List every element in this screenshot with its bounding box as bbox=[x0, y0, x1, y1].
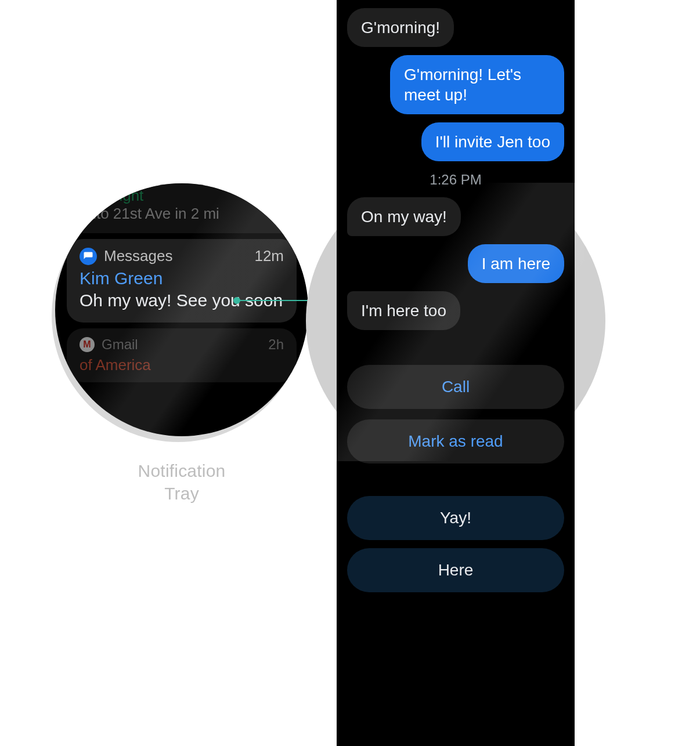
smart-reply-chip[interactable]: Here bbox=[347, 548, 564, 592]
tray-item-header: Messages 12m bbox=[80, 247, 284, 265]
tray-item-messages[interactable]: Messages 12m Kim Green Oh my way! See yo… bbox=[67, 239, 297, 322]
message-bubble-in[interactable]: G'morning! bbox=[347, 8, 454, 47]
conversation-scroll[interactable]: G'morning! G'morning! Let's meet up! I'l… bbox=[337, 0, 575, 746]
tray-item-gmail[interactable]: M Gmail 2h of America bbox=[67, 328, 297, 382]
call-button[interactable]: Call bbox=[347, 365, 564, 409]
caption-line: Tray bbox=[55, 482, 308, 505]
caption: Notification Tray bbox=[55, 459, 308, 505]
tray-time: 2h bbox=[268, 336, 284, 353]
conversation-panel: G'morning! G'morning! Let's meet up! I'l… bbox=[327, 0, 584, 746]
message-bubble-out[interactable]: I am here bbox=[468, 244, 564, 283]
nav-detail: onto 21st Ave in 2 mi bbox=[80, 205, 284, 223]
tray-time: 12m bbox=[254, 247, 284, 265]
smart-reply-chip[interactable]: Yay! bbox=[347, 496, 564, 540]
tray-sender: Kim Green bbox=[80, 269, 284, 288]
message-bubble-out[interactable]: I'll invite Jen too bbox=[421, 122, 564, 161]
message-bubble-in[interactable]: I'm here too bbox=[347, 291, 460, 330]
message-bubble-in[interactable]: On my way! bbox=[347, 197, 461, 236]
message-bubble-out[interactable]: G'morning! Let's meet up! bbox=[390, 55, 564, 114]
tray-item-navigation[interactable]: Turn right onto 21st Ave in 2 mi bbox=[67, 183, 297, 233]
watch-face-tray: Turn right onto 21st Ave in 2 mi Message… bbox=[55, 183, 308, 436]
timestamp: 1:26 PM bbox=[430, 172, 481, 188]
nav-direction: Turn right bbox=[80, 187, 284, 205]
mark-as-read-button[interactable]: Mark as read bbox=[347, 419, 564, 463]
caption-line: Notification bbox=[55, 459, 308, 482]
tray-app-name: Messages bbox=[104, 247, 173, 265]
messages-app-icon bbox=[80, 248, 97, 265]
tray-list[interactable]: Turn right onto 21st Ave in 2 mi Message… bbox=[55, 183, 308, 436]
tray-app-name: Gmail bbox=[102, 336, 138, 353]
tray-subject: of America bbox=[80, 356, 284, 374]
gmail-app-icon: M bbox=[80, 337, 95, 352]
